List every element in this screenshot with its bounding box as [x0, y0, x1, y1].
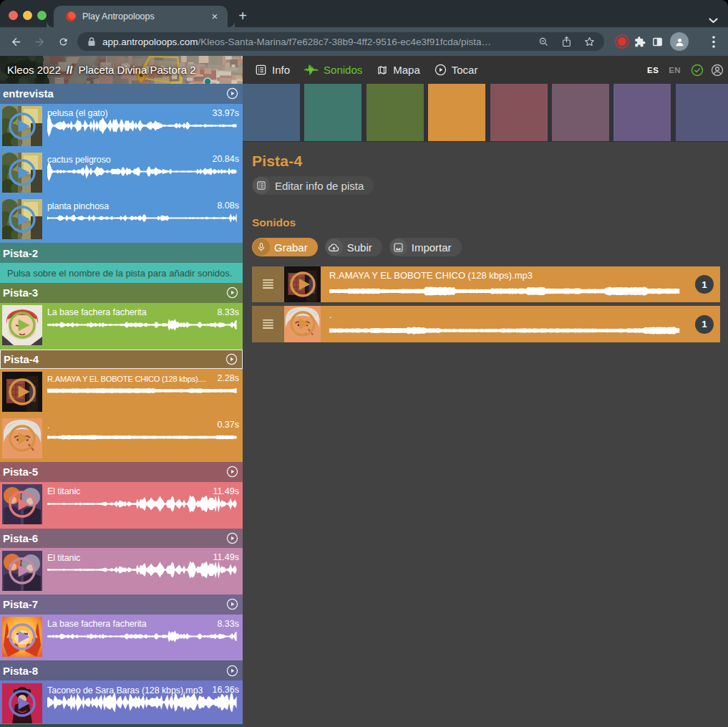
account-icon[interactable]	[711, 64, 724, 77]
clip-row[interactable]: La base fachera facherita 8.33s	[0, 615, 243, 661]
play-overlay-icon[interactable]	[9, 623, 36, 650]
menu-dots-icon[interactable]	[707, 32, 720, 51]
swatch-entrevista[interactable]	[243, 84, 300, 141]
address-bar[interactable]: app.antropoloops.com/Kleos-Santa-Marina/…	[77, 32, 604, 51]
drag-handle[interactable]	[252, 266, 284, 303]
clip-thumbnail[interactable]	[2, 551, 42, 591]
swatch-pista-4[interactable]	[428, 84, 485, 141]
clip-row[interactable]: La base fachera facherita 8.33s	[0, 303, 243, 350]
swatch-pista-3[interactable]	[367, 84, 424, 141]
clip-row[interactable]: El titanic 11.49s	[0, 482, 243, 529]
forward-icon[interactable]	[29, 31, 50, 52]
profile-avatar-icon[interactable]	[670, 32, 689, 51]
swatch-pista-2[interactable]	[304, 84, 361, 141]
play-overlay-icon[interactable]	[9, 491, 36, 518]
track-play-icon[interactable]	[226, 466, 238, 478]
clip-thumbnail[interactable]	[2, 617, 42, 657]
play-overlay-icon[interactable]	[9, 378, 36, 405]
extensions-puzzle-icon[interactable]	[631, 32, 649, 51]
track-play-icon[interactable]	[225, 353, 238, 365]
bookmark-star-icon[interactable]	[580, 32, 598, 51]
play-overlay-icon[interactable]	[9, 312, 36, 339]
back-icon[interactable]	[5, 31, 26, 52]
new-tab-button[interactable]: +	[234, 8, 251, 25]
clip-thumbnail[interactable]	[2, 199, 42, 239]
track-name[interactable]: Pista-5	[3, 466, 226, 478]
track-header-pista-3[interactable]: Pista-3	[0, 283, 243, 303]
swatch-pista-5[interactable]	[490, 84, 548, 141]
swatch-pista-8[interactable]	[676, 84, 728, 141]
nav-sonidos[interactable]: Sonidos	[304, 64, 362, 76]
clip-row[interactable]: . 0.37s	[0, 415, 243, 462]
clip-row[interactable]: El titanic 11.49s	[0, 548, 243, 594]
play-overlay-icon[interactable]	[290, 271, 316, 297]
sound-thumbnail[interactable]	[284, 306, 321, 342]
track-header-pista-5[interactable]: Pista-5	[0, 462, 243, 482]
track-play-icon[interactable]	[226, 87, 238, 100]
track-header-pista-7[interactable]: Pista-7	[0, 594, 243, 615]
play-overlay-icon[interactable]	[9, 112, 36, 140]
track-header-entrevista[interactable]: entrevista	[0, 84, 243, 104]
clip-thumbnail[interactable]	[2, 418, 42, 458]
grabar-button[interactable]: Grabar	[252, 238, 318, 256]
minimize-window-button[interactable]	[23, 11, 32, 20]
nav-info[interactable]: Info	[255, 64, 290, 76]
play-overlay-icon[interactable]	[9, 690, 36, 717]
swatch-pista-7[interactable]	[613, 84, 671, 141]
sound-row[interactable]: R.AMAYA Y EL BOBOTE CHICO (128 kbps).mp3…	[252, 266, 720, 303]
clip-thumbnail[interactable]	[2, 153, 42, 193]
track-play-icon[interactable]	[226, 598, 238, 610]
breadcrumb-project[interactable]: Kleos 2022	[7, 64, 61, 76]
nav-mapa[interactable]: Mapa	[377, 64, 420, 76]
track-name[interactable]: Pista-2	[3, 247, 238, 259]
lang-es[interactable]: ES	[647, 66, 659, 74]
clip-thumbnail[interactable]	[2, 372, 42, 412]
clip-thumbnail[interactable]	[2, 484, 42, 524]
sound-row[interactable]: . 1	[252, 306, 720, 342]
clip-thumbnail[interactable]	[2, 683, 42, 723]
track-name[interactable]: entrevista	[3, 87, 226, 100]
track-play-icon[interactable]	[226, 665, 238, 677]
project-map-thumbnail[interactable]: Kleos 2022 // Placeta Divina Pastora 2	[0, 56, 243, 84]
close-window-button[interactable]	[9, 11, 18, 20]
reload-icon[interactable]	[52, 31, 74, 52]
clip-row[interactable]: planta pinchosa 8.08s	[0, 196, 243, 243]
subir-button[interactable]: Subir	[325, 238, 382, 256]
lang-en[interactable]: EN	[669, 66, 681, 74]
play-overlay-icon[interactable]	[9, 206, 36, 233]
track-name[interactable]: Pista-7	[3, 598, 226, 610]
share-icon[interactable]	[557, 32, 576, 51]
importar-button[interactable]: Importar	[389, 238, 462, 256]
track-header-pista-4[interactable]: Pista-4	[0, 350, 243, 370]
play-overlay-icon[interactable]	[9, 557, 36, 584]
nav-tocar[interactable]: Tocar	[435, 64, 478, 76]
track-header-pista-8[interactable]: Pista-8	[0, 660, 243, 680]
record-extension-icon[interactable]	[613, 32, 631, 51]
clip-row[interactable]: Taconeo de Sara Baras (128 kbps).mp3 16.…	[0, 680, 243, 724]
swatch-pista-6[interactable]	[552, 84, 609, 141]
clip-thumbnail[interactable]	[2, 305, 42, 345]
track-name[interactable]: Pista-3	[3, 287, 226, 299]
track-name[interactable]: Pista-4	[4, 353, 225, 365]
play-overlay-icon[interactable]	[9, 425, 36, 452]
tab-close-icon[interactable]: ×	[209, 11, 220, 22]
play-overlay-icon[interactable]	[9, 159, 36, 186]
sound-thumbnail[interactable]	[284, 266, 321, 303]
track-name[interactable]: Pista-8	[3, 665, 226, 677]
track-play-icon[interactable]	[226, 287, 238, 299]
clip-row[interactable]: pelusa (el gato) 33.97s	[0, 104, 243, 150]
clip-row[interactable]: cactus peligroso 20.84s	[0, 150, 243, 196]
track-header-pista-2[interactable]: Pista-2	[0, 243, 243, 263]
clip-row[interactable]: R.AMAYA Y EL BOBOTE CHICO (128 kbps)....…	[0, 369, 243, 415]
drag-handle[interactable]	[252, 306, 284, 342]
zoom-out-icon[interactable]	[534, 32, 553, 51]
track-name[interactable]: Pista-6	[3, 532, 226, 544]
track-header-pista-6[interactable]: Pista-6	[0, 529, 243, 549]
side-panel-icon[interactable]	[649, 32, 666, 51]
browser-tab[interactable]: Play Antropoloops ×	[54, 6, 228, 27]
play-overlay-icon[interactable]	[290, 311, 316, 337]
tab-search-chevron-icon[interactable]	[709, 14, 718, 27]
track-play-icon[interactable]	[226, 532, 238, 544]
clip-thumbnail[interactable]	[2, 106, 42, 146]
edit-track-info-button[interactable]: Editar info de pista	[252, 176, 374, 195]
